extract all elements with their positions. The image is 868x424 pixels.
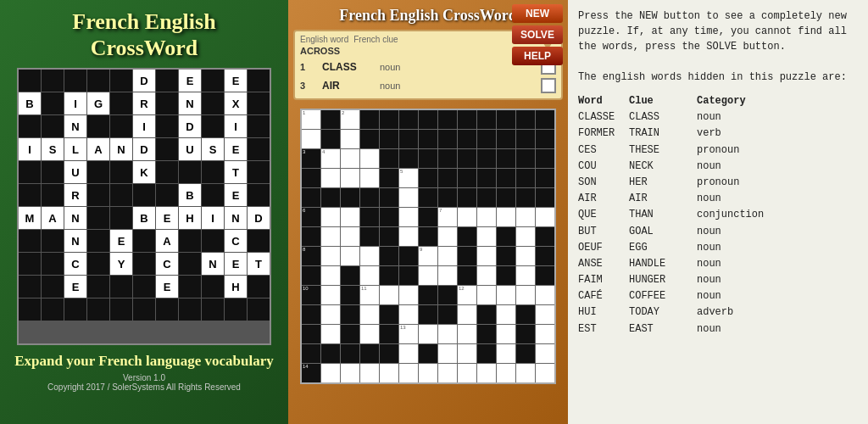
pcell (516, 247, 535, 265)
pcell (360, 188, 379, 207)
table-row: QUE THAN conjunction (578, 207, 858, 223)
cell (248, 230, 270, 252)
cell (19, 184, 41, 206)
cell (133, 298, 155, 321)
cell: C (64, 253, 86, 275)
pcell (360, 305, 379, 324)
pcell (438, 110, 457, 129)
cell (19, 276, 41, 298)
cell: E (156, 207, 178, 229)
table-row: FAIM HUNGER noun (578, 272, 858, 288)
pcell (302, 227, 320, 246)
cell (42, 253, 64, 275)
cell: H (225, 276, 247, 298)
pcell (302, 266, 320, 285)
pcell (438, 305, 457, 324)
new-button[interactable]: NEW (512, 4, 563, 23)
pcell (458, 325, 476, 343)
cell: E (225, 184, 247, 206)
pcell (360, 325, 379, 343)
cell: B (133, 207, 155, 229)
table-row: CAFÉ COFFEE noun (578, 288, 858, 304)
cell (133, 253, 155, 275)
pcell (458, 188, 476, 207)
pcell (516, 110, 535, 129)
pcell (458, 110, 476, 129)
cell (19, 115, 41, 137)
pcell (516, 188, 535, 207)
cell (248, 92, 270, 114)
pcell (497, 286, 515, 304)
cell (133, 230, 155, 252)
pcell (438, 344, 457, 363)
cell (87, 276, 109, 298)
cell (248, 138, 270, 160)
pcell (419, 305, 437, 324)
pcell (341, 344, 359, 363)
pcell (302, 188, 320, 207)
middle-panel: French English CrossWord English word Fr… (288, 0, 568, 424)
pcell (321, 227, 340, 246)
pcell (516, 208, 535, 226)
pcell (380, 110, 398, 129)
cell (202, 70, 224, 92)
cell: K (133, 161, 155, 183)
pcell (516, 344, 535, 363)
cell: E (179, 70, 201, 92)
pcell (341, 149, 359, 168)
help-button[interactable]: HELP (512, 47, 563, 65)
cell (156, 70, 178, 92)
pcell (341, 169, 359, 187)
cell (202, 230, 224, 252)
french-label: French clue (353, 35, 398, 44)
cell (64, 298, 86, 321)
cell: D (248, 207, 270, 229)
pcell: 14 (302, 364, 320, 382)
pcell (536, 247, 554, 265)
cell (248, 115, 270, 137)
pcell (419, 344, 437, 363)
cell: E (225, 138, 247, 160)
pcell (458, 364, 476, 382)
cell: I (64, 92, 86, 114)
cell (19, 161, 41, 183)
clue-row-2: 3 AIR noun (300, 76, 556, 95)
cell (19, 70, 41, 92)
cell: D (133, 138, 155, 160)
cell: C (225, 230, 247, 252)
clue-word-1: CLASS (322, 61, 373, 73)
cell: B (19, 92, 41, 114)
pcell (536, 130, 554, 148)
cell (110, 70, 132, 92)
cell (133, 184, 155, 206)
middle-title: French English CrossWord (339, 7, 516, 25)
cell: I (225, 115, 247, 137)
pcell (458, 169, 476, 187)
cell (133, 276, 155, 298)
table-row: OEUF EGG noun (578, 240, 858, 256)
pcell (360, 149, 379, 168)
pcell (438, 247, 457, 265)
cell: Y (110, 253, 132, 275)
cell: N (225, 207, 247, 229)
pcell (536, 110, 554, 129)
pcell (438, 149, 457, 168)
cell (248, 70, 270, 92)
pcell (321, 325, 340, 343)
pcell (516, 266, 535, 285)
cell (110, 184, 132, 206)
cell (42, 184, 64, 206)
pcell (458, 227, 476, 246)
english-label: English word (300, 35, 348, 44)
left-title: French EnglishCrossWord (72, 8, 215, 61)
solve-button[interactable]: SOLVE (512, 25, 563, 44)
cell: U (179, 138, 201, 160)
table-header: Word Clue Category (578, 93, 858, 109)
pcell (399, 364, 418, 382)
clue-checkbox-2[interactable] (541, 78, 556, 93)
pcell (477, 130, 496, 148)
pcell (536, 286, 554, 304)
cell: A (42, 207, 64, 229)
pcell (419, 149, 437, 168)
pcell (458, 344, 476, 363)
